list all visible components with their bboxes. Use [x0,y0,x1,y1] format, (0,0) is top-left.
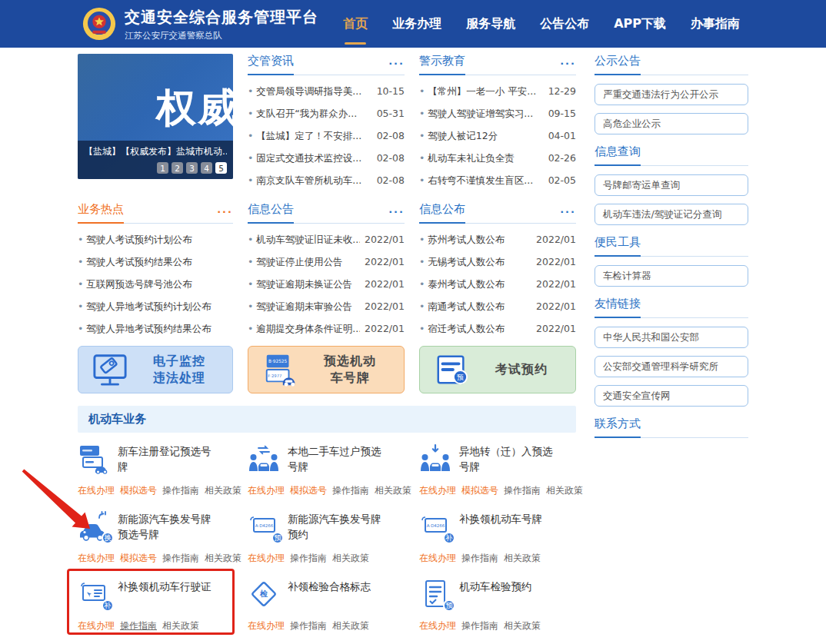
news-item[interactable]: 交管局领导调研指导美... 10-15 [248,80,405,102]
section-title: 警示教育 [419,54,465,75]
service-link[interactable]: 相关政策 [205,484,241,497]
service-link[interactable]: 操作指南 [332,484,369,497]
section-jingshi-jiaoyu: 警示教育 ··· 【常州】一老一小 平安... 12-29 驾驶人驾驶证增驾实习… [419,54,576,191]
service-title[interactable]: 新能源汽车换发号牌预选号牌 [118,511,221,546]
nav-item[interactable]: 首页 [343,13,368,35]
service-link[interactable]: 在线办理 [248,484,285,497]
nav-item[interactable]: 服务导航 [466,13,515,35]
carousel-page[interactable]: 1 [157,162,168,174]
news-item[interactable]: 机动车驾驶证旧证未收... 2022/01 [248,228,405,251]
news-item[interactable]: 驾驶人异地考试预约结果公布 [78,317,233,340]
carousel-page[interactable]: 3 [186,162,198,174]
sidebar-link-button[interactable]: 机动车违法/驾驶证记分查询 [595,204,748,225]
news-item[interactable]: 南通考试人数公布 2022/01 [419,295,576,317]
more-icon[interactable]: ··· [388,206,405,223]
plate-car-icon: B·92525F·2977 [259,350,301,389]
news-item[interactable]: 宿迁考试人数公布 2022/01 [419,317,576,340]
news-item[interactable]: 【常州】一老一小 平安... 12-29 [419,80,576,102]
sidebar-link-button[interactable]: 严重交通违法行为公开公示 [595,84,748,105]
service-link[interactable]: 在线办理 [419,552,456,565]
service-title[interactable]: 新车注册登记预选号牌 [118,443,221,479]
service-link[interactable]: 模拟选号 [290,484,327,497]
service-link[interactable]: 在线办理 [419,619,456,632]
news-item[interactable]: 驾驶证逾期未换证公告 2022/01 [248,273,405,295]
news-item[interactable]: 逾期提交身体条件证明... 2022/01 [248,317,405,340]
sidebar-link-button[interactable]: 交通安全宣传网 [595,385,748,407]
service-link[interactable]: 操作指南 [162,484,199,497]
quick-service-banner[interactable]: 预 考试预约 [419,346,576,393]
quick-service-banner[interactable]: B·92525F·2977 预选机动 车号牌 [248,346,405,393]
carousel-page[interactable]: 2 [172,162,183,174]
carousel-page[interactable]: 5 [215,162,227,174]
service-link[interactable]: 操作指南 [120,619,157,632]
service-link[interactable]: 操作指南 [504,484,541,497]
icon-badge: 预 [443,599,455,612]
service-title[interactable]: 新能源汽车换发号牌预约 [288,511,391,546]
service-title[interactable]: 补换领机动车号牌 [459,511,562,546]
service-link[interactable]: 相关政策 [546,484,583,497]
news-item[interactable]: 驾驶人驾驶证增驾实习... 09-15 [419,102,576,124]
service-link[interactable]: 在线办理 [78,619,115,632]
service-link[interactable]: 相关政策 [162,619,199,632]
carousel-page[interactable]: 4 [201,162,212,174]
service-title[interactable]: 本地二手车过户预选号牌 [288,443,391,479]
service-link[interactable]: 相关政策 [332,619,369,632]
news-item[interactable]: 驾驶人考试预约结果公布 [78,251,233,273]
service-title[interactable]: 补领检验合格标志 [288,579,391,614]
news-item[interactable]: 南京支队车管所机动车... 02-08 [248,169,405,191]
news-item[interactable]: 驾驶人考试预约计划公布 [78,228,233,251]
service-link[interactable]: 模拟选号 [461,484,498,497]
service-title[interactable]: 机动车检验预约 [459,579,562,614]
news-item[interactable]: 驾驶人异地考试预约计划公布 [78,295,233,317]
service-link[interactable]: 在线办理 [248,619,285,632]
service-link[interactable]: 相关政策 [504,552,541,565]
news-item[interactable]: 机动车未礼让负全责 02-26 [419,147,576,169]
service-link[interactable]: 操作指南 [461,552,498,565]
more-icon[interactable]: ··· [217,206,233,223]
service-link[interactable]: 在线办理 [78,552,115,565]
service-link[interactable]: 操作指南 [290,619,327,632]
news-item[interactable]: 支队召开“我为群众办... 05-31 [248,102,405,124]
quick-service-banner[interactable]: 电子监控 违法处理 [78,346,233,393]
news-item[interactable]: 【盐城】定了！不安排... 02-08 [248,124,405,147]
service-link[interactable]: 相关政策 [332,552,369,565]
more-icon[interactable]: ··· [560,58,576,75]
nav-item[interactable]: APP下载 [614,13,666,35]
service-link[interactable]: 相关政策 [504,619,541,632]
news-item[interactable]: 苏州考试人数公布 2022/01 [419,228,576,251]
service-link[interactable]: 操作指南 [290,552,327,565]
service-link[interactable]: 在线办理 [419,484,456,497]
news-carousel[interactable]: 权威 【盐城】【权威发布】盐城市机动... 1 2 3 4 [78,54,233,179]
service-link[interactable]: 在线办理 [248,552,285,565]
sidebar-link-button[interactable]: 高危企业公示 [595,113,748,134]
nav-item[interactable]: 公告公布 [540,13,589,35]
plate-icon: A·D4266补 [419,511,451,542]
service-link[interactable]: 模拟选号 [120,484,157,497]
service-link[interactable]: 相关政策 [375,484,411,497]
carousel-caption[interactable]: 【盐城】【权威发布】盐城市机动... [84,145,227,158]
more-icon[interactable]: ··· [388,58,405,75]
sidebar-link-button[interactable]: 号牌邮寄运单查询 [595,174,748,196]
sidebar-link-button[interactable]: 中华人民共和国公安部 [595,327,748,348]
nav-item[interactable]: 办事指南 [691,13,740,35]
sidebar-section: 便民工具 车检计算器 [595,235,748,287]
news-item[interactable]: 右转弯不谨慎发生盲区... 02-05 [419,169,576,191]
news-item[interactable]: 泰州考试人数公布 2022/01 [419,273,576,295]
news-item[interactable]: 固定式交通技术监控设... 02-08 [248,147,405,169]
service-title[interactable]: 异地转（迁）入预选号牌 [459,443,562,479]
nav-item[interactable]: 业务办理 [392,13,441,35]
service-link[interactable]: 操作指南 [162,552,199,565]
sidebar-link-button[interactable]: 公安部交通管理科学研究所 [595,356,748,377]
service-item: 预 机动车检验预约 在线办理 操作指南 相关政策 [419,579,576,632]
service-link[interactable]: 相关政策 [205,552,241,565]
news-item[interactable]: 驾驶人被记12分 04-01 [419,124,576,147]
service-link[interactable]: 模拟选号 [120,552,157,565]
sidebar-link-button[interactable]: 车检计算器 [595,265,748,287]
more-icon[interactable]: ··· [560,206,576,223]
service-title[interactable]: 补换领机动车行驶证 [118,579,221,614]
news-item[interactable]: 无锡考试人数公布 2022/01 [419,251,576,273]
news-item[interactable]: 驾驶证逾期未审验公告 2022/01 [248,295,405,317]
news-item[interactable]: 互联网预选号牌号池公布 [78,273,233,295]
service-link[interactable]: 操作指南 [461,619,498,632]
news-item[interactable]: 驾驶证停止使用公告 2022/01 [248,251,405,273]
